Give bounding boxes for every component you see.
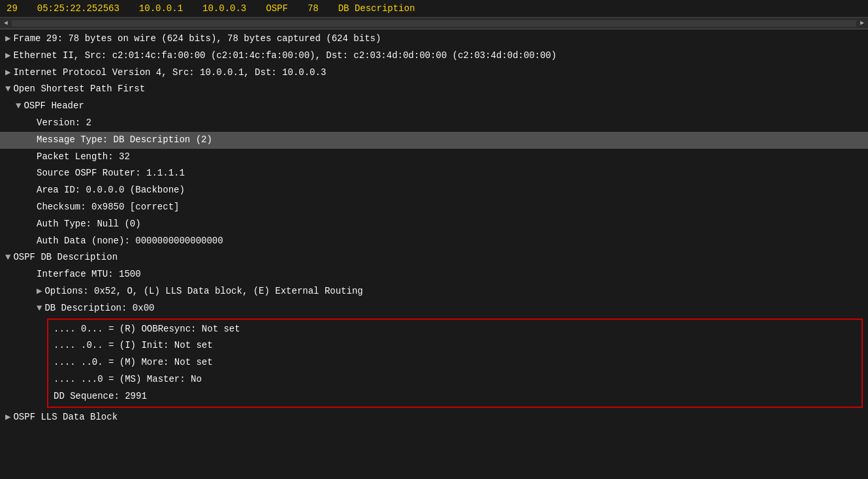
- version-row[interactable]: Version: 2: [0, 115, 868, 132]
- dd-sequence-text: DD Sequence: 2991: [54, 391, 147, 401]
- options-text: Options: 0x52, O, (L) LLS Data block, (E…: [44, 284, 362, 300]
- ospf-root-text: Open Shortest Path First: [13, 82, 145, 97]
- version-text: Version: 2: [37, 117, 91, 128]
- options-row[interactable]: ▶ Options: 0x52, O, (L) LLS Data block, …: [0, 283, 868, 300]
- source-ospf-row[interactable]: Source OSPF Router: 1.1.1.1: [0, 165, 868, 182]
- options-toggle[interactable]: ▶: [37, 284, 42, 300]
- auth-data-text: Auth Data (none): 0000000000000000: [37, 236, 223, 246]
- db-desc-text: DB Description: 0x00: [44, 301, 154, 317]
- lls-block-row[interactable]: ▶ OSPF LLS Data Block: [0, 409, 868, 426]
- message-type-row[interactable]: Message Type: DB Description (2): [0, 132, 868, 149]
- ospf-root-toggle[interactable]: ▼: [5, 82, 10, 97]
- ip-text: Internet Protocol Version 4, Src: 10.0.0…: [13, 65, 326, 81]
- header-bar: 29 05:25:22.252563 10.0.0.1 10.0.0.3 OSP…: [0, 0, 868, 18]
- checksum-text: Checksum: 0x9850 [correct]: [37, 202, 179, 212]
- scrollbar-area: ◄ ►: [0, 18, 868, 29]
- scroll-right-arrow[interactable]: ►: [858, 20, 867, 27]
- frame-text: Frame 29: 78 bytes on wire (624 bits), 7…: [13, 31, 381, 47]
- ip-toggle[interactable]: ▶: [5, 65, 10, 81]
- m-flag-row[interactable]: .... ..0. = (M) More: Not set: [48, 354, 861, 371]
- packet-dst: 10.0.0.3: [202, 3, 246, 14]
- ms-flag-row[interactable]: .... ...0 = (MS) Master: No: [48, 371, 861, 388]
- lls-toggle[interactable]: ▶: [5, 410, 10, 425]
- packet-src: 10.0.0.1: [139, 3, 183, 14]
- interface-mtu-text: Interface MTU: 1500: [37, 269, 141, 279]
- area-id-text: Area ID: 0.0.0.0 (Backbone): [37, 185, 185, 195]
- m-flag-text: .... ..0. = (M) More: Not set: [54, 357, 213, 367]
- packet-length-text: Packet Length: 32: [37, 151, 130, 162]
- auth-type-text: Auth Type: Null (0): [37, 219, 141, 229]
- lls-text: OSPF LLS Data Block: [13, 410, 118, 425]
- checksum-row[interactable]: Checksum: 0x9850 [correct]: [0, 199, 868, 216]
- auth-data-row[interactable]: Auth Data (none): 0000000000000000: [0, 233, 868, 250]
- content-area: ▶ Frame 29: 78 bytes on wire (624 bits),…: [0, 29, 868, 479]
- ospf-db-row[interactable]: ▼ OSPF DB Description: [0, 249, 868, 266]
- packet-protocol: OSPF: [266, 3, 288, 14]
- ospf-header-toggle[interactable]: ▼: [16, 99, 21, 114]
- ospf-header-text: OSPF Header: [24, 99, 84, 114]
- scroll-left-arrow[interactable]: ◄: [1, 20, 10, 27]
- ethernet-text: Ethernet II, Src: c2:01:4c:fa:00:00 (c2:…: [13, 48, 556, 64]
- source-ospf-text: Source OSPF Router: 1.1.1.1: [37, 168, 185, 178]
- ethernet-row[interactable]: ▶ Ethernet II, Src: c2:01:4c:fa:00:00 (c…: [0, 48, 868, 65]
- ms-flag-text: .... ...0 = (MS) Master: No: [54, 374, 202, 384]
- packet-time: 05:25:22.252563: [37, 3, 120, 14]
- scrollbar-track[interactable]: [12, 20, 856, 27]
- frame-row[interactable]: ▶ Frame 29: 78 bytes on wire (624 bits),…: [0, 31, 868, 48]
- ospf-root-row[interactable]: ▼ Open Shortest Path First: [0, 81, 868, 98]
- packet-length-row[interactable]: Packet Length: 32: [0, 149, 868, 166]
- i-flag-text: .... .0.. = (I) Init: Not set: [54, 340, 213, 350]
- interface-mtu-row[interactable]: Interface MTU: 1500: [0, 266, 868, 283]
- r-flag-row[interactable]: .... 0... = (R) OOBResync: Not set: [48, 321, 861, 338]
- ospf-db-toggle[interactable]: ▼: [5, 250, 10, 266]
- ethernet-toggle[interactable]: ▶: [5, 48, 10, 64]
- db-desc-toggle[interactable]: ▼: [37, 301, 42, 317]
- packet-info: DB Description: [338, 3, 415, 14]
- dd-sequence-row[interactable]: DD Sequence: 2991: [48, 388, 861, 405]
- r-flag-text: .... 0... = (R) OOBResync: Not set: [54, 324, 240, 334]
- frame-toggle[interactable]: ▶: [5, 31, 10, 47]
- db-desc-row[interactable]: ▼ DB Description: 0x00: [0, 300, 868, 317]
- area-id-row[interactable]: Area ID: 0.0.0.0 (Backbone): [0, 182, 868, 199]
- ospf-db-text: OSPF DB Description: [13, 250, 118, 266]
- ip-row[interactable]: ▶ Internet Protocol Version 4, Src: 10.0…: [0, 65, 868, 82]
- i-flag-row[interactable]: .... .0.. = (I) Init: Not set: [48, 337, 861, 354]
- auth-type-row[interactable]: Auth Type: Null (0): [0, 216, 868, 233]
- red-box-container: .... 0... = (R) OOBResync: Not set .... …: [47, 318, 863, 408]
- packet-number: 29: [7, 3, 18, 14]
- message-type-text: Message Type: DB Description (2): [37, 134, 212, 145]
- packet-length: 78: [308, 3, 319, 14]
- ospf-header-row[interactable]: ▼ OSPF Header: [0, 98, 868, 115]
